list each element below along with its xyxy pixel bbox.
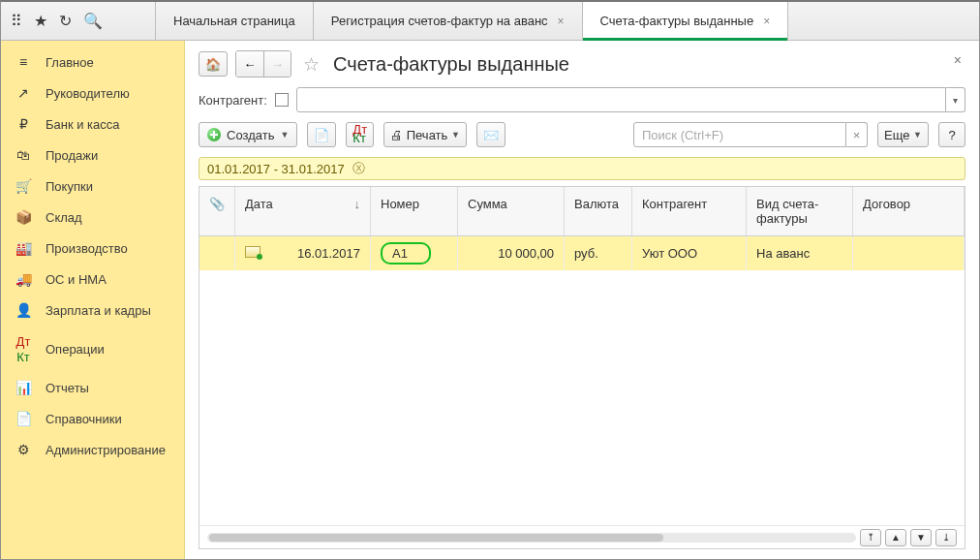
plus-icon (207, 128, 221, 141)
date-filter-chip[interactable]: 01.01.2017 - 31.01.2017 ⓧ (199, 157, 965, 180)
column-label: Договор (863, 197, 910, 211)
sidebar-item-sales[interactable]: 🛍Продажи (1, 140, 184, 171)
column-contract[interactable]: Договор (853, 187, 965, 236)
forward-button[interactable]: → (263, 51, 291, 77)
help-button[interactable]: ? (938, 122, 965, 147)
home-button[interactable]: 🏠 (199, 51, 228, 77)
column-currency[interactable]: Валюта (565, 187, 632, 236)
close-page-icon[interactable]: × (954, 52, 962, 68)
sidebar-item-label: Руководителю (46, 86, 130, 101)
clear-date-filter-icon[interactable]: ⓧ (352, 160, 365, 177)
sidebar-item-label: Продажи (46, 148, 98, 163)
column-attachment[interactable]: 📎 (199, 187, 235, 236)
column-label: Валюта (574, 197, 619, 211)
paperclip-icon: 📎 (209, 197, 225, 211)
report-icon: 📊 (15, 380, 32, 395)
print-button[interactable]: 🖨 Печать ▼ (383, 122, 467, 147)
truck-icon: 🚚 (15, 271, 32, 287)
clear-search-icon[interactable]: × (846, 122, 868, 147)
tab-label: Счета-фактуры выданные (600, 14, 754, 28)
sidebar-item-purchases[interactable]: 🛒Покупки (1, 171, 184, 202)
sidebar-item-label: Администрирование (46, 443, 166, 457)
cell-number: А1 (381, 242, 431, 264)
sidebar-item-label: Покупки (46, 179, 93, 194)
tab-issued-invoices[interactable]: Счета-фактуры выданные × (583, 2, 789, 40)
tab-home[interactable]: Начальная страница (156, 2, 314, 40)
table-row[interactable]: 16.01.2017 А1 10 000,00 руб. Уют ООО На … (199, 236, 965, 271)
sidebar-item-catalogs[interactable]: 📄Справочники (1, 403, 184, 434)
counterparty-label: Контрагент: (199, 93, 267, 108)
column-invoice-type[interactable]: Вид счета-фактуры (747, 187, 853, 236)
close-icon[interactable]: × (763, 15, 770, 28)
sidebar-item-reports[interactable]: 📊Отчеты (1, 372, 184, 403)
sidebar-item-label: Зарплата и кадры (46, 303, 151, 318)
box-icon: 📦 (15, 209, 32, 225)
column-counterparty[interactable]: Контрагент (632, 187, 747, 236)
sidebar-item-bank[interactable]: ₽Банк и касса (1, 109, 184, 140)
sidebar-item-salary[interactable]: 👤Зарплата и кадры (1, 295, 184, 326)
sidebar-item-label: Склад (46, 210, 82, 225)
person-icon: 👤 (15, 302, 32, 318)
sidebar-item-assets[interactable]: 🚚ОС и НМА (1, 264, 184, 295)
scroll-first-button[interactable]: ⤒ (860, 529, 881, 546)
scroll-up-button[interactable]: ▲ (885, 529, 906, 546)
column-sum[interactable]: Сумма (458, 187, 565, 236)
search-icon[interactable]: 🔍 (83, 12, 103, 30)
tab-label: Регистрация счетов-фактур на аванс (331, 14, 548, 28)
find-by-number-button[interactable]: 📄 (307, 122, 336, 147)
sidebar-item-main[interactable]: ≡Главное (1, 47, 184, 78)
sidebar-item-production[interactable]: 🏭Производство (1, 233, 184, 264)
sort-asc-icon: ↓ (354, 197, 361, 211)
email-button[interactable]: ✉️ (476, 122, 505, 147)
favorite-icon[interactable]: ☆ (303, 53, 320, 76)
apps-grid-icon[interactable]: ⠿ (11, 12, 22, 30)
dtkt-button[interactable]: ДтКт (346, 122, 374, 147)
scroll-down-button[interactable]: ▼ (910, 529, 932, 546)
horizontal-scrollbar[interactable] (207, 533, 856, 543)
sidebar-item-warehouse[interactable]: 📦Склад (1, 202, 184, 233)
sidebar-item-operations[interactable]: ДтКтОперации (1, 326, 184, 372)
star-icon[interactable]: ★ (34, 12, 47, 30)
counterparty-dropdown-button[interactable]: ▾ (946, 87, 965, 112)
history-icon[interactable]: ↻ (59, 12, 72, 30)
chart-icon: ↗ (15, 85, 32, 101)
factory-icon: 🏭 (15, 240, 32, 256)
sidebar-item-manager[interactable]: ↗Руководителю (1, 78, 184, 109)
counterparty-input[interactable] (296, 87, 946, 112)
column-number[interactable]: Номер (371, 187, 458, 236)
close-icon[interactable]: × (558, 15, 565, 28)
sidebar-item-admin[interactable]: ⚙Администрирование (1, 434, 184, 465)
more-label: Еще (884, 128, 909, 142)
column-date[interactable]: Дата↓ (235, 187, 371, 236)
column-label: Контрагент (642, 197, 707, 211)
posted-doc-icon (245, 246, 260, 258)
gear-icon: ⚙ (15, 442, 32, 457)
page-title: Счета-фактуры выданные (333, 53, 569, 76)
date-chip-label: 01.01.2017 - 31.01.2017 (207, 162, 345, 176)
tab-label: Начальная страница (173, 14, 295, 28)
chevron-down-icon: ▼ (451, 130, 460, 140)
back-button[interactable]: ← (236, 51, 263, 77)
sidebar-item-label: Главное (46, 55, 94, 70)
counterparty-checkbox[interactable] (275, 93, 289, 107)
column-label: Дата (245, 197, 273, 211)
column-label: Сумма (468, 197, 507, 211)
cell-date: 16.01.2017 (297, 246, 360, 261)
cart-icon: 🛒 (15, 178, 32, 194)
printer-icon: 🖨 (390, 128, 403, 142)
tab-advance-registration[interactable]: Регистрация счетов-фактур на аванс × (314, 2, 583, 40)
doc-icon: 📄 (15, 411, 32, 426)
chevron-down-icon: ▼ (913, 130, 922, 140)
sidebar-item-label: Отчеты (46, 381, 89, 395)
create-button[interactable]: Создать ▼ (199, 122, 297, 147)
ruble-icon: ₽ (15, 116, 32, 132)
scroll-last-button[interactable]: ⤓ (935, 529, 957, 546)
cell-counterparty: Уют ООО (642, 246, 697, 261)
more-button[interactable]: Еще ▼ (877, 122, 929, 147)
column-label: Номер (381, 197, 419, 211)
sidebar-item-label: ОС и НМА (46, 272, 107, 287)
print-label: Печать (407, 128, 448, 142)
search-input[interactable] (633, 122, 846, 147)
column-label: Вид счета-фактуры (756, 197, 818, 226)
dtkt-icon: ДтКт (15, 333, 32, 364)
